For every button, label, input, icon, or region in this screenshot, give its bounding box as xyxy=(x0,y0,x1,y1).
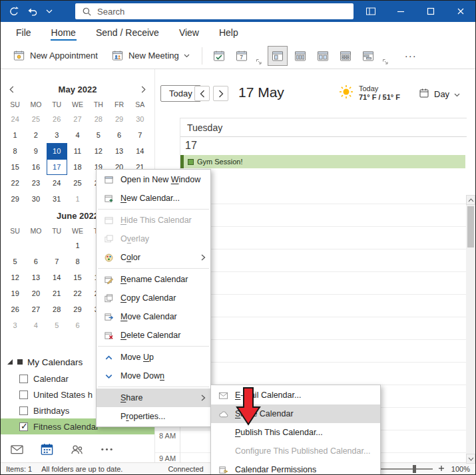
minical-day[interactable]: 14 xyxy=(47,269,67,285)
context-menu-item[interactable]: Move Down xyxy=(97,367,210,385)
minical-day[interactable]: 19 xyxy=(5,285,25,301)
minical-day[interactable]: 27 xyxy=(67,111,88,127)
minical-day[interactable]: 14 xyxy=(130,143,150,159)
minical-day[interactable]: 30 xyxy=(130,111,150,127)
calendar-module-icon[interactable] xyxy=(40,442,54,456)
minical-day[interactable]: 26 xyxy=(5,301,25,317)
new-meeting-button[interactable]: New Meeting xyxy=(105,46,196,66)
send-receive-icon[interactable] xyxy=(9,6,19,17)
minimize-button[interactable] xyxy=(385,1,415,22)
minical-day[interactable]: 18 xyxy=(67,159,88,175)
minical-day[interactable]: 21 xyxy=(47,285,67,301)
context-menu-item[interactable]: Hide This Calendar xyxy=(97,211,210,230)
prev-month-button[interactable] xyxy=(9,86,14,93)
minical-day[interactable]: 7 xyxy=(47,253,67,269)
ribbon-day-view-icon[interactable] xyxy=(268,46,288,66)
ribbon-month-icon[interactable] xyxy=(336,46,356,66)
context-menu-item[interactable]: Overlay xyxy=(97,230,210,248)
minical-day[interactable] xyxy=(47,238,67,253)
minical-day[interactable]: 13 xyxy=(25,269,46,285)
minical-day[interactable]: 1 xyxy=(67,238,88,253)
context-menu-item[interactable]: Properties... xyxy=(97,407,210,426)
submenu-item[interactable]: Calendar Permissions xyxy=(211,460,380,475)
minical-day[interactable]: 8 xyxy=(67,253,88,269)
minical-day[interactable]: 10 xyxy=(47,143,67,159)
minical-day[interactable]: 28 xyxy=(88,111,109,127)
scrollbar-thumb[interactable] xyxy=(467,206,474,247)
scroll-down-icon[interactable] xyxy=(466,454,475,464)
vertical-scrollbar[interactable] xyxy=(466,195,475,464)
ribbon-week-icon[interactable] xyxy=(313,46,333,66)
minical-day[interactable]: 11 xyxy=(67,143,88,159)
calendar-checkbox[interactable] xyxy=(19,422,28,431)
minical-day[interactable]: 5 xyxy=(5,253,25,269)
context-menu-item[interactable]: Open in New Window xyxy=(97,170,210,189)
people-module-icon[interactable] xyxy=(70,442,84,456)
undo-icon[interactable] xyxy=(27,6,38,17)
minical-day[interactable]: 15 xyxy=(5,159,25,175)
dialog-launcher-icon[interactable] xyxy=(256,59,262,65)
minical-day[interactable]: 24 xyxy=(5,111,25,127)
minical-day[interactable]: 5 xyxy=(88,127,109,143)
minical-day[interactable]: 29 xyxy=(109,111,129,127)
minical-day[interactable]: 29 xyxy=(5,191,25,207)
minical-day[interactable]: 22 xyxy=(5,175,25,191)
zoom-slider-thumb[interactable] xyxy=(413,465,416,473)
minical-day[interactable]: 4 xyxy=(25,317,46,333)
minical-day[interactable]: 20 xyxy=(25,285,46,301)
zoom-in-button[interactable] xyxy=(438,465,445,473)
next-month-button[interactable] xyxy=(141,86,146,93)
context-menu-item[interactable]: Delete Calendar xyxy=(97,326,210,345)
context-menu-item[interactable]: Share xyxy=(97,389,210,407)
zoom-slider[interactable] xyxy=(378,468,433,470)
minical-day[interactable]: 1 xyxy=(67,191,88,207)
minical-day[interactable]: 29 xyxy=(67,301,88,317)
calendar-checkbox[interactable] xyxy=(19,406,28,415)
minical-day[interactable]: 8 xyxy=(5,143,25,159)
mail-module-icon[interactable] xyxy=(10,442,24,456)
previous-day-button[interactable] xyxy=(194,86,210,101)
minical-day[interactable]: 9 xyxy=(25,143,46,159)
minical-day[interactable]: 17 xyxy=(47,159,67,175)
ribbon-schedule-view-icon[interactable] xyxy=(358,46,378,66)
minical-day[interactable]: 7 xyxy=(130,127,150,143)
menu-tab[interactable]: Home xyxy=(41,22,86,43)
menu-tab[interactable]: Help xyxy=(209,22,248,43)
minical-day[interactable]: 28 xyxy=(47,301,67,317)
minical-day[interactable]: 5 xyxy=(47,317,67,333)
menu-tab[interactable]: View xyxy=(169,22,209,43)
minical-day[interactable]: 2 xyxy=(25,127,46,143)
context-menu-item[interactable]: Move Up xyxy=(97,348,210,367)
minical-day[interactable]: 3 xyxy=(47,127,67,143)
calendar-checkbox[interactable] xyxy=(19,391,28,399)
context-menu-item[interactable]: Rename Calendar xyxy=(97,270,210,289)
minical-day[interactable]: 25 xyxy=(25,111,46,127)
window-layout-icon[interactable] xyxy=(356,1,385,22)
minical-day[interactable]: 15 xyxy=(67,269,88,285)
context-menu-item[interactable]: Color xyxy=(97,248,210,267)
calendar-checkbox[interactable] xyxy=(19,375,28,383)
minical-day[interactable] xyxy=(5,238,25,253)
menu-tab[interactable]: Send / Receive xyxy=(86,22,169,43)
day-view-selector[interactable]: Day xyxy=(419,88,460,100)
minical-day[interactable] xyxy=(25,238,46,253)
minical-day[interactable]: 13 xyxy=(109,143,129,159)
scroll-up-icon[interactable] xyxy=(466,195,475,205)
ribbon-overflow-button[interactable]: ··· xyxy=(405,50,417,61)
menu-tab[interactable]: File xyxy=(6,22,41,43)
minical-day[interactable]: 24 xyxy=(47,175,67,191)
minical-day[interactable]: 1 xyxy=(5,127,25,143)
minical-day[interactable]: 30 xyxy=(25,191,46,207)
minical-day[interactable]: 4 xyxy=(67,127,88,143)
minical-day[interactable]: 12 xyxy=(88,143,109,159)
search-input[interactable]: Search xyxy=(75,3,354,19)
minical-day[interactable]: 3 xyxy=(5,317,25,333)
close-button[interactable] xyxy=(445,1,475,22)
calendar-event[interactable]: Gym Session! xyxy=(180,155,465,168)
minical-day[interactable]: 22 xyxy=(67,285,88,301)
minical-day[interactable]: 26 xyxy=(47,111,67,127)
ribbon-next7days-icon[interactable]: 7 xyxy=(232,46,252,66)
context-menu-item[interactable]: Move Calendar xyxy=(97,307,210,326)
minical-day[interactable]: 16 xyxy=(25,159,46,175)
next-day-button[interactable] xyxy=(213,86,228,101)
